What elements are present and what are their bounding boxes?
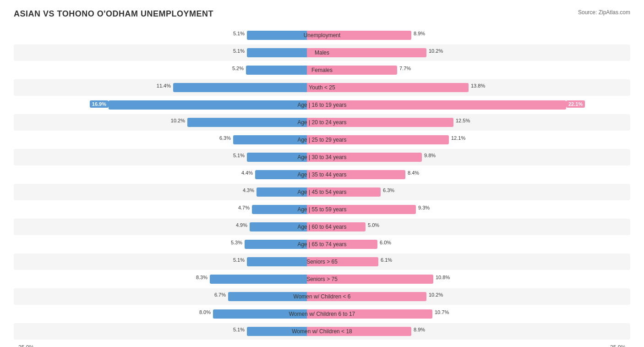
value-asian: 5.3% xyxy=(231,240,245,245)
value-asian: 4.4% xyxy=(241,170,255,176)
value-asian: 6.3% xyxy=(219,135,233,141)
value-tohono: 8.4% xyxy=(405,170,419,176)
chart-row: 4.3%6.3%Age | 45 to 54 years xyxy=(14,184,630,200)
value-asian: 10.2% xyxy=(171,118,187,123)
value-tohono: 22.1% xyxy=(566,100,585,108)
chart-body: 5.1%8.9%Unemployment5.1%10.2%Males5.2%7.… xyxy=(14,27,630,340)
bar-tohono: 13.8% xyxy=(307,83,469,92)
bar-tohono: 10.7% xyxy=(307,309,432,319)
bar-asian: 8.3% xyxy=(210,275,307,284)
bar-tohono: 12.1% xyxy=(307,135,449,144)
value-tohono: 8.9% xyxy=(411,31,425,36)
value-tohono: 10.8% xyxy=(433,275,450,280)
chart-row: 5.2%7.7%Females xyxy=(14,62,630,78)
bar-asian: 5.1% xyxy=(247,48,307,57)
bar-asian: 10.2% xyxy=(187,118,307,127)
value-asian: 8.3% xyxy=(196,275,210,280)
value-asian: 5.1% xyxy=(233,153,247,158)
bar-tohono: 8.4% xyxy=(307,170,405,179)
bar-asian: 11.4% xyxy=(173,83,307,92)
chart-row: 11.4%13.8%Youth < 25 xyxy=(14,79,630,96)
value-tohono: 9.3% xyxy=(416,205,430,210)
value-asian: 5.2% xyxy=(232,66,246,71)
bar-asian: 6.3% xyxy=(233,135,307,144)
bar-tohono: 10.2% xyxy=(307,48,426,57)
value-asian: 16.9% xyxy=(90,100,109,108)
value-asian: 5.1% xyxy=(233,31,247,36)
value-tohono: 6.1% xyxy=(378,257,392,263)
chart-row: 8.0%10.7%Women w/ Children 6 to 17 xyxy=(14,306,630,322)
value-tohono: 10.7% xyxy=(432,309,449,315)
axis-right: 25.0% xyxy=(322,344,630,347)
chart-row: 4.9%5.0%Age | 60 to 64 years xyxy=(14,219,630,235)
bar-tohono: 5.0% xyxy=(307,222,366,231)
bar-asian: 5.1% xyxy=(247,327,307,336)
chart-row: 8.3%10.8%Seniors > 75 xyxy=(14,271,630,287)
chart-row: 5.1%8.9%Unemployment xyxy=(14,27,630,44)
value-asian: 5.1% xyxy=(233,327,247,332)
chart-title: ASIAN VS TOHONO O'ODHAM UNEMPLOYMENT xyxy=(14,9,213,19)
value-asian: 6.7% xyxy=(214,292,228,297)
value-asian: 5.1% xyxy=(233,257,247,263)
bar-tohono: 8.9% xyxy=(307,31,411,40)
chart-container: ASIAN VS TOHONO O'ODHAM UNEMPLOYMENT Sou… xyxy=(0,0,644,347)
chart-row: 16.9%22.1%Age | 16 to 19 years xyxy=(14,97,630,113)
chart-row: 4.4%8.4%Age | 35 to 44 years xyxy=(14,166,630,183)
chart-row: 5.1%8.9%Women w/ Children < 18 xyxy=(14,323,630,340)
value-asian: 4.9% xyxy=(236,222,250,228)
bar-asian: 8.0% xyxy=(213,309,307,319)
bar-tohono: 10.2% xyxy=(307,292,426,301)
bar-asian: 4.9% xyxy=(250,222,307,231)
bar-tohono: 22.1% xyxy=(307,100,566,110)
bar-asian: 5.1% xyxy=(247,257,307,266)
bar-asian: 4.4% xyxy=(255,170,307,179)
bar-asian: 5.3% xyxy=(245,240,307,249)
value-tohono: 8.9% xyxy=(411,327,425,332)
value-tohono: 10.2% xyxy=(426,292,443,297)
axis-row: 25.0% 25.0% xyxy=(14,344,630,347)
chart-row: 5.1%9.8%Age | 30 to 34 years xyxy=(14,149,630,165)
value-asian: 4.7% xyxy=(238,205,252,210)
chart-row: 5.1%6.1%Seniors > 65 xyxy=(14,253,630,270)
value-tohono: 5.0% xyxy=(366,222,379,228)
chart-row: 5.3%6.0%Age | 65 to 74 years xyxy=(14,236,630,253)
chart-row: 4.7%9.3%Age | 55 to 59 years xyxy=(14,201,630,218)
chart-header: ASIAN VS TOHONO O'ODHAM UNEMPLOYMENT Sou… xyxy=(14,9,630,19)
bar-asian: 16.9% xyxy=(109,100,307,110)
value-asian: 11.4% xyxy=(157,83,173,88)
value-tohono: 13.8% xyxy=(469,83,485,88)
axis-left: 25.0% xyxy=(14,344,322,347)
bar-tohono: 6.3% xyxy=(307,187,381,197)
bar-asian: 4.7% xyxy=(252,205,307,214)
bar-asian: 5.1% xyxy=(247,31,307,40)
value-asian: 4.3% xyxy=(243,187,257,193)
bar-tohono: 10.8% xyxy=(307,275,433,284)
value-tohono: 9.8% xyxy=(422,153,436,158)
value-tohono: 7.7% xyxy=(397,66,411,71)
chart-row: 10.2%12.5%Age | 20 to 24 years xyxy=(14,114,630,131)
bar-tohono: 6.1% xyxy=(307,257,378,266)
bar-tohono: 6.0% xyxy=(307,240,377,249)
value-tohono: 12.1% xyxy=(449,135,465,141)
value-asian: 5.1% xyxy=(233,48,247,54)
bar-tohono: 12.5% xyxy=(307,118,453,127)
chart-row: 6.3%12.1%Age | 25 to 29 years xyxy=(14,132,630,148)
bar-asian: 4.3% xyxy=(257,187,307,197)
value-tohono: 6.0% xyxy=(377,240,391,245)
value-asian: 8.0% xyxy=(199,309,213,315)
value-tohono: 6.3% xyxy=(381,187,394,193)
value-tohono: 10.2% xyxy=(426,48,443,54)
bar-tohono: 9.3% xyxy=(307,205,416,214)
chart-row: 6.7%10.2%Women w/ Children < 6 xyxy=(14,288,630,305)
bar-tohono: 7.7% xyxy=(307,66,397,75)
bar-tohono: 9.8% xyxy=(307,153,422,162)
value-tohono: 12.5% xyxy=(453,118,470,123)
bar-asian: 5.2% xyxy=(246,66,307,75)
bar-asian: 5.1% xyxy=(247,153,307,162)
bar-asian: 6.7% xyxy=(228,292,307,301)
bar-tohono: 8.9% xyxy=(307,327,411,336)
chart-source: Source: ZipAtlas.com xyxy=(578,9,630,16)
chart-row: 5.1%10.2%Males xyxy=(14,44,630,61)
